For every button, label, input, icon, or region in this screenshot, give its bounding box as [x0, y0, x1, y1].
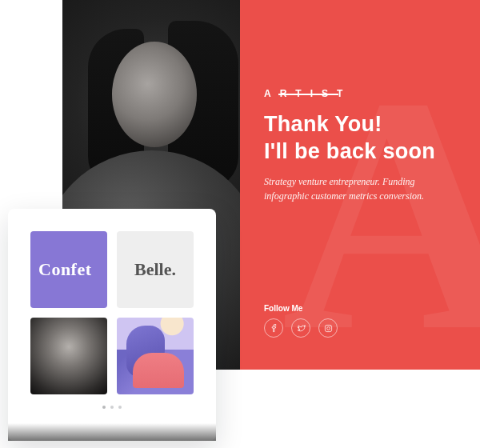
- hero-heading: Thank You! I'll be back soon: [264, 110, 470, 165]
- instagram-icon: [324, 324, 333, 333]
- brand-strike: RTIS: [280, 88, 337, 99]
- template-gallery-card: Confet Belle.: [8, 209, 216, 441]
- hero-heading-line-2: I'll be back soon: [264, 138, 470, 165]
- carousel-dot-2[interactable]: [110, 406, 114, 409]
- twitter-button[interactable]: [291, 318, 310, 338]
- carousel-dots: [30, 406, 194, 409]
- portrait-face: [112, 42, 197, 147]
- twitter-icon: [297, 324, 306, 333]
- template-tile-belle-label: Belle.: [134, 259, 176, 280]
- template-tile-belle[interactable]: Belle.: [117, 231, 194, 308]
- svg-point-2: [330, 326, 330, 326]
- brand-wordmark: ARTIST: [264, 88, 351, 99]
- svg-rect-0: [325, 325, 331, 331]
- template-tile-bw-portrait[interactable]: [30, 318, 107, 394]
- follow-label: Follow Me: [264, 304, 302, 313]
- carousel-dot-3[interactable]: [118, 406, 122, 409]
- carousel-dot-1[interactable]: [102, 406, 106, 409]
- facebook-button[interactable]: [264, 318, 283, 338]
- template-tile-confetti[interactable]: Confet: [30, 231, 107, 308]
- hero-heading-line-1: Thank You!: [264, 110, 470, 138]
- facebook-icon: [270, 324, 278, 333]
- template-tile-confetti-label: Confet: [38, 259, 92, 280]
- hero-panel: A ARTIST Thank You! I'll be back soon St…: [240, 0, 480, 370]
- hero-subtitle: Strategy venture entrepreneur. Funding i…: [264, 174, 456, 203]
- brand-letter-t: T: [337, 88, 351, 99]
- template-tile-illustration[interactable]: [117, 318, 194, 394]
- social-links: [264, 318, 338, 338]
- template-grid: Confet Belle.: [30, 231, 194, 394]
- svg-point-1: [326, 326, 330, 330]
- instagram-button[interactable]: [318, 318, 338, 338]
